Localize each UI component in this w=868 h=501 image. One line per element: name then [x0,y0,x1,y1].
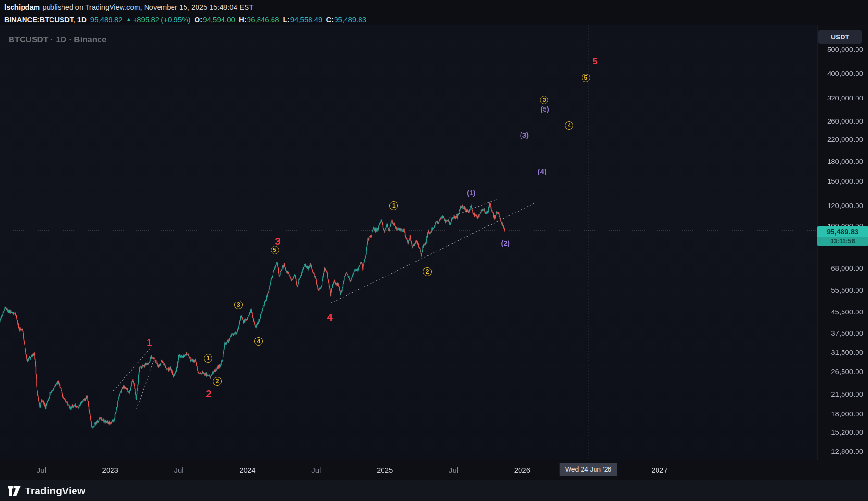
price-tick: 260,000.00 [827,117,863,125]
time-tick: Jul [37,466,46,474]
low-label: L: [283,15,290,24]
price-tick: 18,000.00 [831,410,863,418]
footer-bar: TradingView [0,480,868,501]
price-tick: 45,500.00 [831,308,863,316]
chart-watermark: BTCUSDT · 1D · Binance [9,35,107,45]
price-tick: 150,000.00 [827,177,863,186]
currency-unit-button[interactable]: USDT [818,30,862,44]
time-tick: 2025 [377,466,393,474]
price-tick: 120,000.00 [827,201,863,210]
symbol-title: BINANCE:BTCUSDT, 1D [4,15,87,24]
close-value: 95,489.83 [334,15,366,24]
price-tick: 21,500.00 [831,390,863,399]
price-tick: 68,000.00 [831,264,863,273]
price-tick: 37,500.00 [831,329,863,338]
bar-close-countdown: 03:11:56 [817,237,868,246]
price-tick: 220,000.00 [827,135,863,144]
low-value-group: L: 94,558.49 [283,15,322,24]
publish-header: lschipdam published on TradingView.com, … [0,0,868,13]
time-tick: Jul [449,466,458,474]
price-change: +895.82 (+0.95%) [133,15,190,24]
price-tick: 180,000.00 [827,157,863,166]
symbol-info-bar: BINANCE:BTCUSDT, 1D 95,489.82 ▲ +895.82 … [0,13,868,25]
low-value: 94,558.49 [290,15,322,24]
tradingview-logo-icon[interactable] [8,486,21,496]
price-tick: 31,500.00 [831,348,863,357]
open-label: O: [195,15,203,24]
high-label: H: [239,15,247,24]
last-price: 95,489.82 [90,15,123,24]
current-price-value: 95,489.83 [817,226,868,237]
close-value-group: C: 95,489.83 [326,15,366,24]
price-tick: 500,000.00 [827,45,863,54]
time-tick: 2026 [514,466,530,474]
time-tick: Jul [311,466,321,474]
price-tick: 15,200.00 [831,428,863,437]
publisher-name: lschipdam [4,3,40,11]
crosshair-date-label: Wed 24 Jun '26 [560,463,617,476]
price-tick: 320,000.00 [827,94,863,102]
high-value: 96,846.68 [247,15,279,24]
price-tick: 400,000.00 [827,69,863,78]
publish-info-text: published on TradingView.com, November 1… [42,3,253,11]
time-axis[interactable]: Jul2023Jul2024Jul2025Jul20262027 [0,460,817,480]
price-up-arrow-icon: ▲ [126,16,132,22]
open-value-group: O: 94,594.00 [195,15,235,24]
time-tick: Jul [174,466,184,474]
price-tick: 26,500.00 [831,367,863,376]
tradingview-snapshot-page: lschipdam published on TradingView.com, … [0,0,868,501]
time-tick: 2027 [651,466,667,474]
high-value-group: H: 96,846.68 [239,15,279,24]
current-price-label: 95,489.83 03:11:56 [817,226,868,246]
price-chart-canvas[interactable] [0,0,868,501]
tradingview-wordmark[interactable]: TradingView [25,485,86,497]
price-tick: 12,800.00 [831,447,863,456]
time-tick: 2024 [239,466,255,474]
close-label: C: [326,15,334,24]
open-value: 94,594.00 [203,15,235,24]
time-tick: 2023 [102,466,118,474]
price-tick: 55,500.00 [831,286,863,295]
